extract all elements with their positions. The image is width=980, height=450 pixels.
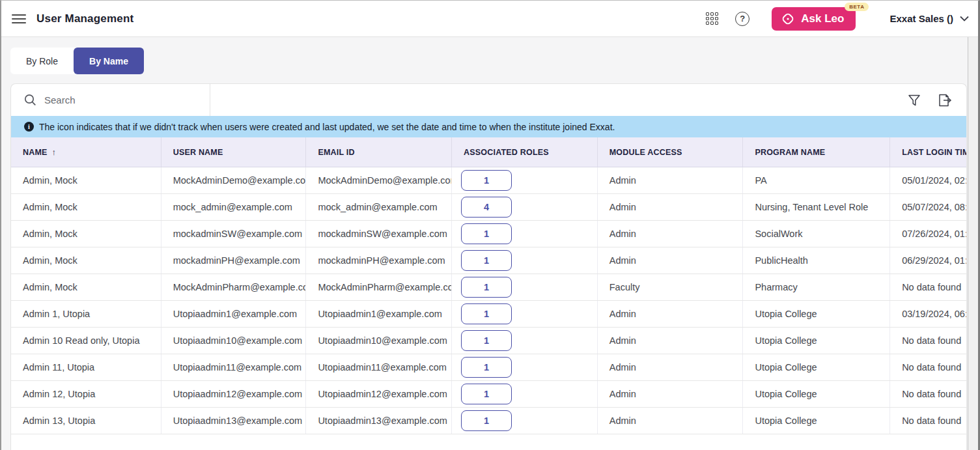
associated-roles-count-button[interactable]: 1 — [461, 277, 512, 298]
associated-roles-count-button[interactable]: 1 — [461, 170, 512, 191]
cell-program-name: Utopia College — [743, 354, 890, 380]
cell-associated-roles: 4 — [452, 194, 598, 220]
cell-last-login-time: 03/19/2024, 06:30: — [890, 301, 966, 327]
account-dropdown[interactable]: Exxat Sales () — [889, 13, 969, 24]
cell-program-name: Utopia College — [743, 301, 890, 327]
column-header-name[interactable]: NAME ↑ — [11, 137, 161, 167]
cell-name: Admin 13, Utopia — [11, 408, 161, 434]
cell-email-id: Utopiaadmin12@example.com — [306, 381, 452, 407]
cell-user-name: Utopiaadmin11@example.com — [161, 354, 307, 380]
ask-leo-button[interactable]: Ask Leo — [772, 7, 856, 31]
cell-name: Admin 10 Read only, Utopia — [11, 328, 161, 354]
beta-badge: BETA — [845, 3, 869, 11]
cell-last-login-time: 05/07/2024, 08:21: — [890, 194, 966, 220]
column-header-program-name[interactable]: PROGRAM NAME — [743, 137, 890, 167]
cell-email-id: MockAdminDemo@example.com — [306, 167, 452, 193]
cell-last-login-time: No data found — [890, 381, 966, 407]
cell-program-name: PA — [743, 167, 890, 193]
cell-program-name: Pharmacy — [743, 274, 890, 300]
cell-user-name: mock_admin@example.com — [161, 194, 307, 220]
cell-name: Admin, Mock — [11, 221, 161, 247]
cell-last-login-time: 07/26/2024, 01:17: — [890, 221, 966, 247]
cell-email-id: Utopiaadmin1@example.com — [306, 301, 452, 327]
associated-roles-count-button[interactable]: 4 — [461, 197, 512, 218]
page-title: User Management — [36, 12, 133, 25]
cell-associated-roles: 1 — [452, 408, 598, 434]
account-name: Exxat Sales () — [889, 13, 953, 24]
sort-asc-icon: ↑ — [52, 147, 57, 157]
user-table-card: i The icon indicates that if we didn't t… — [10, 83, 967, 450]
associated-roles-count-button[interactable]: 1 — [461, 223, 512, 244]
cell-program-name: PublicHealth — [743, 247, 890, 274]
cell-module-access: Admin — [598, 354, 744, 380]
column-header-user-name[interactable]: USER NAME — [161, 137, 307, 167]
cell-name: Admin, Mock — [11, 194, 161, 220]
cell-name: Admin 11, Utopia — [11, 354, 161, 380]
cell-program-name: Utopia College — [743, 328, 890, 354]
cell-program-name: Utopia College — [743, 381, 890, 407]
associated-roles-count-button[interactable]: 1 — [461, 384, 512, 404]
cell-name: Admin, Mock — [11, 167, 161, 193]
cell-associated-roles: 1 — [452, 274, 598, 300]
cell-user-name: Utopiaadmin12@example.com — [161, 381, 307, 407]
cell-email-id: mock_admin@example.com — [306, 194, 452, 220]
cell-module-access: Admin — [598, 301, 744, 327]
table-row: Admin, Mock MockAdminPharm@example.com M… — [11, 274, 966, 301]
cell-user-name: MockAdminPharm@example.com — [161, 274, 307, 300]
tab-by-role[interactable]: By Role — [10, 48, 74, 74]
cell-name: Admin, Mock — [11, 274, 161, 300]
table-row: Admin, Mock mockadminPH@example.com mock… — [11, 247, 966, 274]
cell-associated-roles: 1 — [452, 328, 598, 354]
table-header: NAME ↑ USER NAME EMAIL ID ASSOCIATED ROL… — [11, 137, 966, 167]
column-header-last-login-time[interactable]: LAST LOGIN TIME — [890, 137, 966, 167]
info-banner: i The icon indicates that if we didn't t… — [11, 116, 966, 137]
info-icon: i — [24, 122, 34, 132]
table-row: Admin, Mock MockAdminDemo@example.com Mo… — [11, 167, 966, 194]
cell-last-login-time: 06/29/2024, 01:04: — [890, 247, 966, 274]
tab-by-name[interactable]: By Name — [74, 48, 144, 74]
cell-email-id: Utopiaadmin10@example.com — [306, 328, 452, 354]
right-edge-gutter — [968, 37, 978, 450]
cell-module-access: Admin — [598, 408, 744, 434]
table-row: Admin 12, Utopia Utopiaadmin12@example.c… — [11, 381, 966, 408]
table-row: Admin, Mock mockadminSW@example.com mock… — [11, 221, 966, 247]
cell-user-name: Utopiaadmin13@example.com — [161, 408, 307, 434]
help-icon[interactable]: ? — [735, 12, 749, 26]
cell-user-name: MockAdminDemo@example.com — [161, 167, 307, 193]
cell-program-name: Utopia College — [743, 408, 890, 434]
cell-associated-roles: 1 — [452, 381, 598, 407]
associated-roles-count-button[interactable]: 1 — [461, 250, 512, 271]
leo-logo-icon — [781, 12, 795, 26]
associated-roles-count-button[interactable]: 1 — [461, 410, 512, 431]
cell-module-access: Faculty — [598, 274, 744, 300]
cell-associated-roles: 1 — [452, 301, 598, 327]
view-tabs: By Role By Name — [10, 48, 144, 74]
cell-user-name: Utopiaadmin1@example.com — [161, 301, 307, 327]
info-banner-text: The icon indicates that if we didn't tra… — [39, 122, 615, 132]
apps-grid-icon[interactable] — [706, 12, 718, 25]
cell-module-access: Admin — [598, 194, 744, 220]
export-icon[interactable] — [938, 94, 952, 107]
search-icon — [24, 94, 36, 106]
cell-email-id: Utopiaadmin13@example.com — [306, 408, 452, 434]
column-header-email-id[interactable]: EMAIL ID — [306, 137, 452, 167]
column-header-module-access[interactable]: MODULE ACCESS — [598, 137, 744, 167]
associated-roles-count-button[interactable]: 1 — [461, 357, 512, 378]
filter-icon[interactable] — [908, 94, 921, 107]
chevron-down-icon — [960, 16, 969, 21]
search-input[interactable] — [44, 94, 201, 105]
cell-user-name: mockadminSW@example.com — [161, 221, 307, 247]
associated-roles-count-button[interactable]: 1 — [461, 303, 512, 324]
column-header-associated-roles[interactable]: ASSOCIATED ROLES — [452, 137, 598, 167]
hamburger-menu-icon[interactable] — [12, 12, 26, 26]
cell-program-name: SocialWork — [743, 221, 890, 247]
table-row: Admin 13, Utopia Utopiaadmin13@example.c… — [11, 408, 966, 434]
ask-leo-label: Ask Leo — [801, 12, 844, 25]
associated-roles-count-button[interactable]: 1 — [461, 330, 512, 351]
cell-last-login-time: 05/01/2024, 02:47: — [890, 167, 966, 193]
top-bar: User Management ? Ask Leo BETA — [1, 1, 978, 37]
cell-email-id: MockAdminPharm@example.com — [306, 274, 452, 300]
cell-associated-roles: 1 — [452, 247, 598, 274]
cell-email-id: mockadminPH@example.com — [306, 247, 452, 274]
table-row: Admin 10 Read only, Utopia Utopiaadmin10… — [11, 328, 966, 354]
